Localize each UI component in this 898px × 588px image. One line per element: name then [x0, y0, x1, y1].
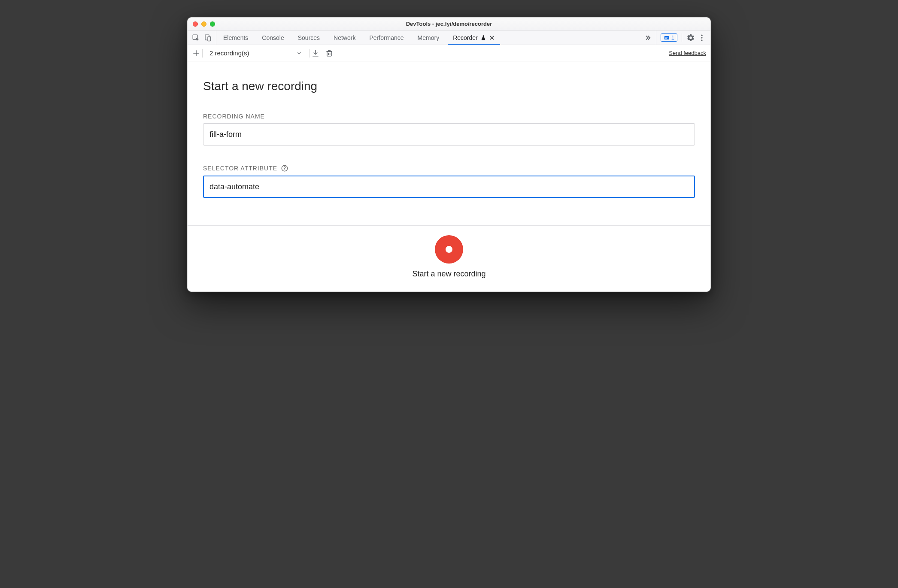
help-icon[interactable] — [281, 164, 288, 172]
issues-icon — [664, 35, 670, 41]
selector-attribute-field: SELECTOR ATTRIBUTE — [203, 164, 695, 198]
tabs-right-tools: 1 — [656, 30, 710, 45]
tabs-row: Elements Console Sources Network Perform… — [188, 30, 710, 45]
tabs-left-tools — [188, 30, 216, 45]
tab-label: Memory — [418, 34, 440, 41]
recordings-dropdown[interactable]: 2 recording(s) — [204, 49, 307, 57]
kebab-menu-icon[interactable] — [698, 33, 706, 42]
issues-chip[interactable]: 1 — [661, 33, 677, 42]
start-recording-button[interactable] — [435, 235, 463, 264]
selector-attribute-input[interactable] — [203, 176, 695, 198]
window-minimize-button[interactable] — [201, 21, 206, 27]
tab-label: Console — [262, 34, 284, 41]
tab-network[interactable]: Network — [327, 30, 362, 45]
device-toolbar-icon[interactable] — [204, 34, 212, 42]
devtools-window: DevTools - jec.fyi/demo/recorder Element… — [187, 17, 711, 292]
svg-point-11 — [284, 170, 285, 170]
svg-rect-5 — [665, 38, 667, 38]
recorder-footer: Start a new recording — [188, 225, 710, 291]
page-title: Start a new recording — [203, 79, 695, 93]
separator — [202, 49, 203, 58]
recorder-content: Start a new recording RECORDING NAME SEL… — [188, 61, 710, 225]
tab-label: Performance — [369, 34, 403, 41]
tabs: Elements Console Sources Network Perform… — [216, 30, 640, 45]
tab-label: Elements — [223, 34, 248, 41]
tab-label: Sources — [298, 34, 320, 41]
settings-icon[interactable] — [686, 33, 695, 42]
svg-point-6 — [701, 34, 702, 36]
separator — [682, 33, 682, 42]
tab-sources[interactable]: Sources — [291, 30, 327, 45]
separator — [309, 49, 309, 58]
window-zoom-button[interactable] — [210, 21, 215, 27]
issues-count: 1 — [671, 34, 674, 41]
tab-label: Recorder — [453, 34, 478, 41]
recordings-dropdown-label: 2 recording(s) — [209, 49, 249, 57]
inspect-element-icon[interactable] — [192, 34, 200, 42]
tab-recorder[interactable]: Recorder — [446, 30, 502, 45]
svg-point-7 — [701, 37, 702, 38]
selector-attribute-label: SELECTOR ATTRIBUTE — [203, 164, 695, 172]
tab-performance[interactable]: Performance — [362, 30, 410, 45]
recording-name-field: RECORDING NAME — [203, 113, 695, 145]
svg-rect-2 — [208, 36, 211, 41]
svg-rect-4 — [665, 37, 667, 37]
tab-elements[interactable]: Elements — [216, 30, 255, 45]
start-recording-label: Start a new recording — [412, 270, 485, 279]
field-label-text: RECORDING NAME — [203, 113, 265, 120]
tab-label: Network — [334, 34, 355, 41]
svg-rect-9 — [327, 51, 331, 56]
recording-name-label: RECORDING NAME — [203, 113, 695, 120]
field-label-text: SELECTOR ATTRIBUTE — [203, 165, 277, 172]
svg-rect-3 — [664, 36, 669, 39]
new-recording-icon[interactable] — [192, 49, 200, 58]
send-feedback-link[interactable]: Send feedback — [669, 50, 706, 56]
record-dot-icon — [446, 246, 452, 253]
tab-console[interactable]: Console — [255, 30, 291, 45]
close-tab-icon[interactable] — [489, 35, 495, 41]
export-icon[interactable] — [311, 49, 320, 58]
traffic-lights — [188, 21, 215, 27]
tab-memory[interactable]: Memory — [411, 30, 446, 45]
window-close-button[interactable] — [193, 21, 198, 27]
flask-icon — [480, 35, 486, 41]
more-tabs-button[interactable] — [640, 30, 656, 45]
chevron-down-icon — [296, 50, 302, 56]
recorder-toolbar: 2 recording(s) Send feedback — [188, 45, 710, 61]
window-title: DevTools - jec.fyi/demo/recorder — [188, 21, 710, 27]
titlebar: DevTools - jec.fyi/demo/recorder — [188, 18, 710, 30]
recording-name-input[interactable] — [203, 123, 695, 145]
svg-point-8 — [701, 39, 702, 41]
delete-icon[interactable] — [325, 49, 334, 58]
